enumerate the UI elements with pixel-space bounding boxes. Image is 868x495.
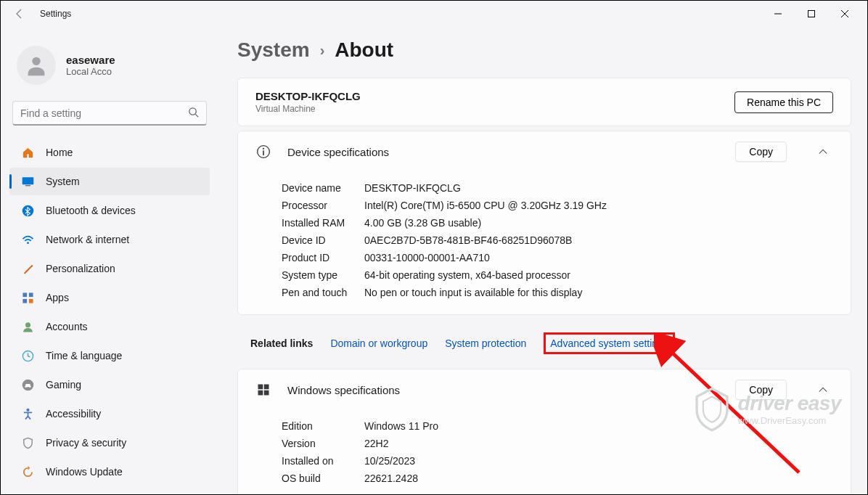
device-name: DESKTOP-IKFQCLG — [255, 90, 361, 102]
spec-row: Pen and touchNo pen or touch input is av… — [282, 284, 833, 301]
svg-line-4 — [195, 114, 198, 117]
nav-label: Windows Update — [46, 466, 123, 478]
windows-specs-table: EditionWindows 11 Pro Version22H2 Instal… — [238, 410, 851, 494]
nav-accounts[interactable]: Accounts — [9, 313, 210, 340]
device-specs-header[interactable]: Device specifications Copy — [238, 131, 851, 172]
svg-rect-21 — [264, 385, 269, 390]
rename-pc-button[interactable]: Rename this PC — [734, 91, 833, 113]
svg-point-8 — [27, 242, 29, 244]
nav-system[interactable]: System — [9, 168, 210, 195]
nav-label: System — [46, 176, 80, 187]
wifi-icon — [21, 233, 34, 246]
spec-row: Installed RAM4.00 GB (3.28 GB usable) — [282, 214, 833, 232]
svg-rect-5 — [22, 177, 33, 184]
related-links-label: Related links — [250, 338, 313, 349]
nav-home[interactable]: Home — [9, 139, 210, 166]
nav-time[interactable]: Time & language — [9, 342, 210, 369]
titlebar: Settings — [1, 1, 867, 27]
nav-apps[interactable]: Apps — [9, 284, 210, 311]
nav-list: Home System Bluetooth & devices Network … — [8, 139, 211, 486]
avatar — [17, 46, 56, 85]
nav-label: Accounts — [46, 321, 88, 332]
nav-label: Home — [46, 147, 73, 158]
copy-device-specs-button[interactable]: Copy — [735, 142, 787, 162]
copy-windows-specs-button[interactable]: Copy — [735, 380, 787, 400]
minimize-button[interactable] — [761, 2, 795, 25]
apps-icon — [21, 291, 34, 304]
svg-rect-10 — [28, 292, 33, 297]
section-title: Windows specifications — [287, 384, 400, 396]
nav-bluetooth[interactable]: Bluetooth & devices — [9, 197, 210, 224]
related-links: Related links Domain or workgroup System… — [237, 319, 851, 369]
spec-row: Product ID00331-10000-00001-AA710 — [282, 249, 833, 266]
spec-row: System type64-bit operating system, x64-… — [282, 266, 833, 284]
page-title: About — [335, 38, 393, 62]
maximize-button[interactable] — [795, 2, 828, 25]
device-specs-card: Device specifications Copy Device nameDE… — [237, 131, 851, 315]
chevron-up-icon[interactable] — [813, 380, 833, 400]
gaming-icon — [21, 378, 34, 391]
spec-row: Device ID0AEC2B7D-5B78-481B-BF46-68251D9… — [282, 232, 833, 249]
back-button[interactable] — [9, 4, 30, 24]
window-title: Settings — [40, 9, 71, 19]
nav-privacy[interactable]: Privacy & security — [9, 429, 210, 457]
svg-rect-11 — [22, 298, 27, 303]
device-specs-table: Device nameDESKTOP-IKFQCLG ProcessorInte… — [238, 172, 851, 314]
svg-rect-19 — [263, 150, 264, 155]
spec-row: OS build22621.2428 — [282, 470, 833, 487]
account-block[interactable]: easeware Local Acco — [8, 33, 211, 101]
nav-update[interactable]: Windows Update — [9, 458, 210, 486]
nav-label: Apps — [46, 292, 69, 303]
user-type: Local Acco — [66, 66, 115, 77]
shield-icon — [21, 436, 34, 449]
bluetooth-icon — [21, 204, 34, 217]
link-system-protection[interactable]: System protection — [445, 338, 526, 349]
nav-gaming[interactable]: Gaming — [9, 371, 210, 398]
nav-personalization[interactable]: Personalization — [9, 255, 210, 282]
sidebar: easeware Local Acco Home System Bluetoot… — [1, 27, 218, 494]
breadcrumb-parent[interactable]: System — [237, 38, 310, 62]
windows-specs-card: Windows specifications Copy EditionWindo… — [237, 369, 851, 494]
nav-label: Time & language — [46, 350, 122, 361]
close-button[interactable] — [828, 2, 861, 25]
window-controls — [761, 2, 861, 25]
device-card: DESKTOP-IKFQCLG Virtual Machine Rename t… — [237, 78, 851, 126]
spec-row: Installed on10/25/2023 — [282, 452, 833, 470]
nav-accessibility[interactable]: Accessibility — [9, 400, 210, 428]
svg-rect-20 — [258, 385, 263, 390]
nav-label: Network & internet — [46, 234, 129, 245]
nav-label: Gaming — [46, 379, 81, 390]
svg-rect-23 — [264, 390, 269, 396]
nav-label: Accessibility — [46, 408, 101, 420]
svg-point-18 — [263, 148, 264, 150]
windows-specs-header[interactable]: Windows specifications Copy — [238, 369, 851, 410]
search-icon — [188, 107, 199, 120]
svg-rect-6 — [25, 185, 30, 186]
spec-row: Version22H2 — [282, 435, 833, 452]
chevron-up-icon[interactable] — [813, 142, 833, 162]
nav-label: Personalization — [46, 263, 115, 274]
spec-row: Device nameDESKTOP-IKFQCLG — [282, 179, 833, 197]
home-icon — [21, 146, 34, 159]
update-icon — [21, 465, 34, 478]
spec-row: EditionWindows 11 Pro — [282, 417, 833, 435]
svg-point-3 — [189, 107, 196, 114]
svg-rect-12 — [28, 298, 33, 303]
accessibility-icon — [21, 407, 34, 420]
nav-label: Bluetooth & devices — [46, 205, 136, 216]
svg-point-2 — [32, 57, 40, 65]
link-domain-workgroup[interactable]: Domain or workgroup — [330, 338, 427, 349]
windows-icon — [255, 382, 271, 398]
nav-network[interactable]: Network & internet — [9, 226, 210, 253]
device-type: Virtual Machine — [255, 104, 361, 114]
svg-rect-22 — [258, 390, 263, 396]
search-input[interactable] — [20, 107, 188, 119]
breadcrumb: System › About — [237, 38, 851, 62]
search-box[interactable] — [12, 101, 207, 126]
svg-rect-9 — [22, 292, 27, 297]
svg-point-13 — [25, 322, 30, 327]
info-icon — [255, 144, 271, 160]
nav-label: Privacy & security — [46, 437, 126, 449]
system-icon — [21, 175, 34, 188]
link-advanced-system-settings[interactable]: Advanced system settings — [544, 332, 675, 354]
